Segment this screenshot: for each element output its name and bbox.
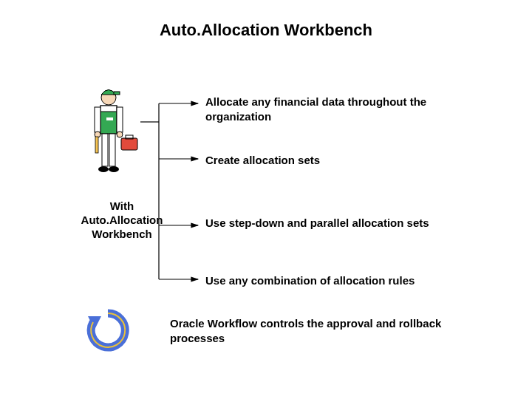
cycle-arrow-icon xyxy=(85,307,131,353)
bullet-combination-rules: Use any combination of allocation rules xyxy=(205,273,471,288)
bullet-allocate-financial-data: Allocate any financial data throughout t… xyxy=(205,95,471,123)
caption-line: Workbench xyxy=(92,228,151,240)
caption-line: Auto.Allocation xyxy=(81,214,163,226)
bullet-create-allocation-sets: Create allocation sets xyxy=(205,153,471,168)
caption-line: With xyxy=(110,200,134,212)
caption-with-autoallocation: With Auto.Allocation Workbench xyxy=(74,200,170,241)
footer-workflow-note: Oracle Workflow controls the approval an… xyxy=(170,316,466,345)
bullet-stepdown-parallel: Use step-down and parallel allocation se… xyxy=(205,216,471,231)
